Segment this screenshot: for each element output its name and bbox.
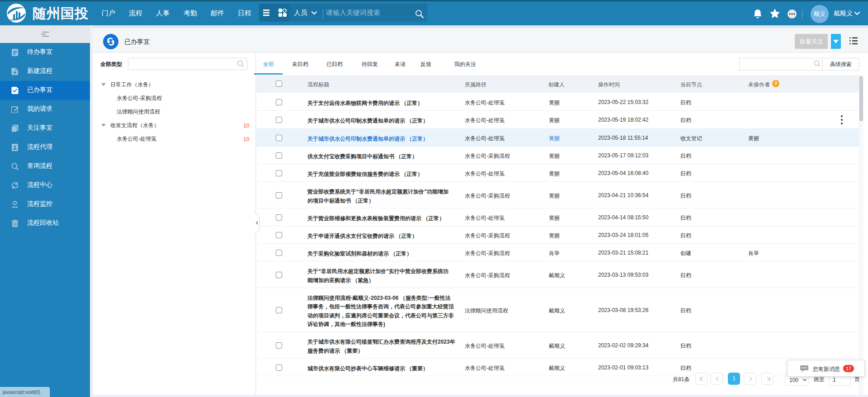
svg-text:?: ? — [774, 81, 778, 86]
